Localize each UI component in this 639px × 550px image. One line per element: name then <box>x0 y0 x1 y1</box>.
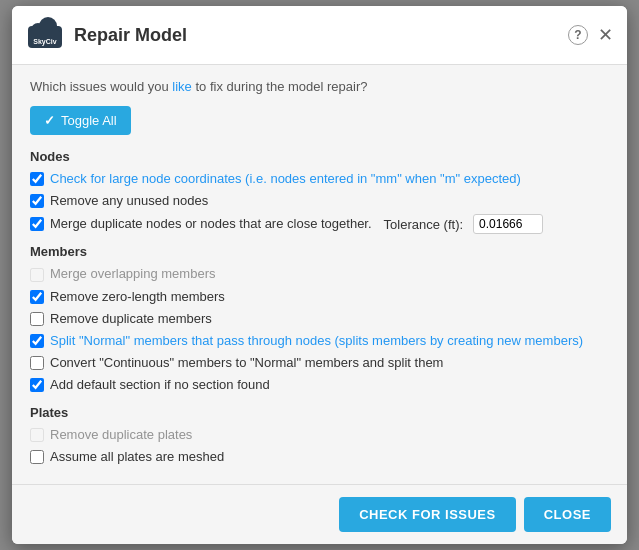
list-item: Convert "Continuous" members to "Normal"… <box>30 354 609 372</box>
nodes-section: Nodes Check for large node coordinates (… <box>30 149 609 234</box>
tolerance-input[interactable] <box>473 214 543 234</box>
remove-duplicate-members-checkbox[interactable] <box>30 312 44 326</box>
remove-duplicate-members-text: Remove duplicate members <box>50 310 212 328</box>
assume-all-meshed-label[interactable]: Assume all plates are meshed <box>30 448 224 466</box>
list-item: Merge duplicate nodes or nodes that are … <box>30 214 609 234</box>
close-button[interactable]: CLOSE <box>524 497 611 532</box>
list-item: Remove duplicate plates <box>30 426 609 444</box>
subtitle-link[interactable]: like <box>172 79 192 94</box>
merge-duplicate-nodes-text: Merge duplicate nodes or nodes that are … <box>50 215 372 233</box>
merge-overlapping-label[interactable]: Merge overlapping members <box>30 265 215 283</box>
remove-zero-length-text: Remove zero-length members <box>50 288 225 306</box>
header-left: SkyCiv Repair Model <box>26 16 187 54</box>
remove-unused-nodes-checkbox[interactable] <box>30 194 44 208</box>
subtitle-pre: Which issues would you <box>30 79 172 94</box>
list-item: Remove zero-length members <box>30 288 609 306</box>
check-large-coords-label[interactable]: Check for large node coordinates (i.e. n… <box>30 170 521 188</box>
add-default-section-checkbox[interactable] <box>30 378 44 392</box>
skyciv-logo: SkyCiv <box>26 16 64 54</box>
list-item: Remove any unused nodes <box>30 192 609 210</box>
merge-duplicate-nodes-checkbox[interactable] <box>30 217 44 231</box>
remove-unused-nodes-label[interactable]: Remove any unused nodes <box>30 192 208 210</box>
list-item: Check for large node coordinates (i.e. n… <box>30 170 609 188</box>
split-normal-members-checkbox[interactable] <box>30 334 44 348</box>
list-item: Merge overlapping members <box>30 265 609 283</box>
list-item: Remove duplicate members <box>30 310 609 328</box>
convert-continuous-checkbox[interactable] <box>30 356 44 370</box>
add-default-section-label[interactable]: Add default section if no section found <box>30 376 270 394</box>
remove-zero-length-checkbox[interactable] <box>30 290 44 304</box>
repair-model-dialog: SkyCiv Repair Model ? ✕ Which issues wou… <box>12 6 627 544</box>
assume-all-meshed-checkbox[interactable] <box>30 450 44 464</box>
subtitle-post: to fix during the model repair? <box>192 79 368 94</box>
merge-overlapping-text: Merge overlapping members <box>50 265 215 283</box>
remove-duplicate-plates-checkbox[interactable] <box>30 428 44 442</box>
add-default-section-text: Add default section if no section found <box>50 376 270 394</box>
members-section-title: Members <box>30 244 609 259</box>
plates-section: Plates Remove duplicate plates Assume al… <box>30 405 609 466</box>
subtitle: Which issues would you like to fix durin… <box>30 79 609 94</box>
remove-unused-nodes-text: Remove any unused nodes <box>50 192 208 210</box>
members-section: Members Merge overlapping members Remove… <box>30 244 609 394</box>
remove-duplicate-plates-text: Remove duplicate plates <box>50 426 192 444</box>
nodes-section-title: Nodes <box>30 149 609 164</box>
close-x-icon[interactable]: ✕ <box>598 26 613 44</box>
check-for-issues-button[interactable]: CHECK FOR ISSUES <box>339 497 516 532</box>
dialog-title: Repair Model <box>74 25 187 46</box>
remove-duplicate-members-label[interactable]: Remove duplicate members <box>30 310 212 328</box>
check-large-coords-checkbox[interactable] <box>30 172 44 186</box>
merge-overlapping-checkbox[interactable] <box>30 268 44 282</box>
dialog-footer: CHECK FOR ISSUES CLOSE <box>12 484 627 544</box>
split-normal-members-label[interactable]: Split "Normal" members that pass through… <box>30 332 583 350</box>
remove-duplicate-plates-label[interactable]: Remove duplicate plates <box>30 426 192 444</box>
assume-all-meshed-text: Assume all plates are meshed <box>50 448 224 466</box>
toggle-all-button[interactable]: Toggle All <box>30 106 131 135</box>
svg-text:SkyCiv: SkyCiv <box>33 38 56 46</box>
dialog-header: SkyCiv Repair Model ? ✕ <box>12 6 627 65</box>
remove-zero-length-label[interactable]: Remove zero-length members <box>30 288 225 306</box>
header-right: ? ✕ <box>568 25 613 45</box>
help-icon[interactable]: ? <box>568 25 588 45</box>
merge-duplicate-nodes-label[interactable]: Merge duplicate nodes or nodes that are … <box>30 215 372 233</box>
list-item: Add default section if no section found <box>30 376 609 394</box>
dialog-body: Which issues would you like to fix durin… <box>12 65 627 484</box>
convert-continuous-label[interactable]: Convert "Continuous" members to "Normal"… <box>30 354 443 372</box>
list-item: Assume all plates are meshed <box>30 448 609 466</box>
split-normal-members-text: Split "Normal" members that pass through… <box>50 332 583 350</box>
check-large-coords-text: Check for large node coordinates (i.e. n… <box>50 170 521 188</box>
plates-section-title: Plates <box>30 405 609 420</box>
list-item: Split "Normal" members that pass through… <box>30 332 609 350</box>
tolerance-label: Tolerance (ft): <box>384 217 463 232</box>
convert-continuous-text: Convert "Continuous" members to "Normal"… <box>50 354 443 372</box>
